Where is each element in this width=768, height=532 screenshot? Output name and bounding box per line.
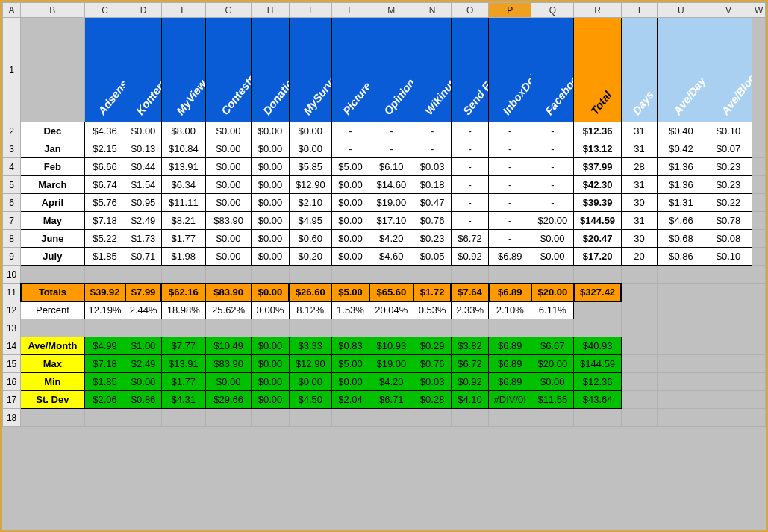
- empty-cell[interactable]: [289, 266, 331, 284]
- summary-cell[interactable]: 31: [621, 140, 657, 158]
- header-wikinut[interactable]: Wikinut: [413, 18, 451, 122]
- stat-cell[interactable]: $0.76: [413, 355, 451, 373]
- percent-cell[interactable]: 12.19%: [84, 301, 125, 319]
- stat-cell[interactable]: $20.00: [531, 355, 574, 373]
- empty-cell[interactable]: [21, 319, 85, 337]
- stat-cell[interactable]: $6.89: [489, 355, 531, 373]
- stat-cell[interactable]: $0.83: [331, 337, 369, 355]
- value-cell[interactable]: -: [451, 194, 488, 212]
- total-cell[interactable]: $26.60: [289, 284, 331, 301]
- stat-label[interactable]: Max: [21, 355, 85, 373]
- value-cell[interactable]: -: [489, 158, 531, 176]
- empty-cell[interactable]: [331, 409, 369, 427]
- value-cell[interactable]: -: [451, 158, 488, 176]
- stat-cell[interactable]: $4.31: [161, 391, 205, 409]
- row-header[interactable]: 3: [3, 140, 21, 158]
- empty-cell[interactable]: [658, 301, 705, 319]
- value-cell[interactable]: $0.03: [413, 158, 451, 176]
- empty-cell[interactable]: [752, 391, 766, 409]
- header-myview[interactable]: MyView: [161, 18, 205, 122]
- empty-cell[interactable]: [21, 409, 85, 427]
- stat-label[interactable]: St. Dev: [21, 391, 85, 409]
- stat-cell[interactable]: $12.36: [574, 373, 622, 391]
- value-cell[interactable]: $0.20: [289, 248, 331, 266]
- col-header-G[interactable]: G: [205, 3, 251, 18]
- value-cell[interactable]: $0.00: [205, 140, 251, 158]
- empty-cell[interactable]: [621, 319, 657, 337]
- value-cell[interactable]: -: [331, 140, 369, 158]
- empty-cell[interactable]: [574, 301, 622, 319]
- empty-cell[interactable]: [752, 337, 766, 355]
- empty-cell[interactable]: [369, 319, 413, 337]
- col-header-H[interactable]: H: [252, 3, 289, 18]
- value-cell[interactable]: $0.95: [125, 194, 161, 212]
- value-cell[interactable]: $0.00: [252, 158, 289, 176]
- stat-cell[interactable]: $19.00: [369, 355, 413, 373]
- value-cell[interactable]: -: [489, 140, 531, 158]
- empty-cell[interactable]: [574, 409, 622, 427]
- value-cell[interactable]: $0.23: [413, 230, 451, 248]
- empty-cell[interactable]: [161, 319, 205, 337]
- value-cell[interactable]: $0.92: [451, 248, 488, 266]
- empty-cell[interactable]: [658, 373, 705, 391]
- summary-cell[interactable]: $0.10: [705, 248, 752, 266]
- col-header-R[interactable]: R: [574, 3, 622, 18]
- value-cell[interactable]: $5.76: [84, 194, 125, 212]
- header-facebook[interactable]: Facebook: [531, 18, 574, 122]
- value-cell[interactable]: $6.10: [369, 158, 413, 176]
- stat-cell[interactable]: $40.93: [574, 337, 622, 355]
- value-cell[interactable]: $1.85: [84, 248, 125, 266]
- empty-cell[interactable]: [621, 337, 657, 355]
- empty-cell[interactable]: [752, 212, 766, 230]
- empty-cell[interactable]: [752, 158, 766, 176]
- value-cell[interactable]: $0.00: [252, 194, 289, 212]
- value-cell[interactable]: $2.15: [84, 140, 125, 158]
- empty-cell[interactable]: [252, 266, 289, 284]
- row-header[interactable]: 7: [3, 212, 21, 230]
- value-cell[interactable]: $0.13: [125, 140, 161, 158]
- empty-cell[interactable]: [752, 301, 766, 319]
- value-cell[interactable]: $0.00: [205, 158, 251, 176]
- header-ave-day[interactable]: Ave/Day: [658, 18, 705, 122]
- value-cell[interactable]: $0.00: [252, 122, 289, 140]
- stat-cell[interactable]: $10.49: [205, 337, 251, 355]
- value-cell[interactable]: $0.00: [289, 140, 331, 158]
- summary-cell[interactable]: 20: [621, 248, 657, 266]
- value-cell[interactable]: $5.85: [289, 158, 331, 176]
- empty-cell[interactable]: [369, 266, 413, 284]
- stat-cell[interactable]: $11.55: [531, 391, 574, 409]
- col-header-Q[interactable]: Q: [531, 3, 574, 18]
- stat-cell[interactable]: $0.00: [252, 337, 289, 355]
- percent-cell[interactable]: 2.44%: [125, 301, 161, 319]
- header-contests[interactable]: Contests: [205, 18, 251, 122]
- summary-cell[interactable]: $0.23: [705, 158, 752, 176]
- empty-cell[interactable]: [289, 409, 331, 427]
- value-cell[interactable]: -: [489, 212, 531, 230]
- empty-cell[interactable]: [705, 337, 752, 355]
- stat-cell[interactable]: $0.92: [451, 373, 488, 391]
- row-header[interactable]: 12: [3, 301, 21, 319]
- value-cell[interactable]: $1.77: [161, 230, 205, 248]
- value-cell[interactable]: $6.34: [161, 176, 205, 194]
- percent-cell[interactable]: 2.33%: [451, 301, 488, 319]
- col-header-A[interactable]: A: [3, 3, 21, 18]
- empty-cell[interactable]: [161, 409, 205, 427]
- row-header[interactable]: 15: [3, 355, 21, 373]
- value-cell[interactable]: $0.18: [413, 176, 451, 194]
- col-header-O[interactable]: O: [451, 3, 488, 18]
- col-header-B[interactable]: B: [21, 3, 85, 18]
- value-cell[interactable]: $12.90: [289, 176, 331, 194]
- stat-label[interactable]: Ave/Month: [21, 337, 85, 355]
- summary-cell[interactable]: 31: [621, 122, 657, 140]
- stat-cell[interactable]: $3.82: [451, 337, 488, 355]
- empty-cell[interactable]: [621, 409, 657, 427]
- empty-cell[interactable]: [705, 391, 752, 409]
- stat-cell[interactable]: $0.00: [289, 373, 331, 391]
- stat-cell[interactable]: $4.99: [84, 337, 125, 355]
- value-cell[interactable]: -: [451, 140, 488, 158]
- stat-cell[interactable]: $0.29: [413, 337, 451, 355]
- value-cell[interactable]: $0.00: [125, 122, 161, 140]
- empty-cell[interactable]: [752, 176, 766, 194]
- month-label[interactable]: May: [21, 212, 85, 230]
- value-cell[interactable]: $6.66: [84, 158, 125, 176]
